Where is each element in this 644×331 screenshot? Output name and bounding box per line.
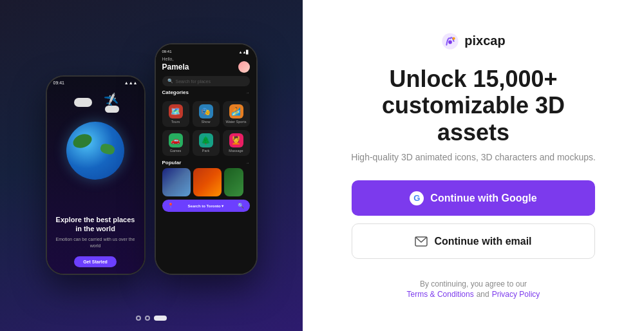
phone-hello: Hello,	[162, 57, 250, 61]
park-label: Park	[202, 149, 209, 153]
bottom-bar-search-icon: 🔍	[238, 203, 244, 209]
search-placeholder: Search for places	[176, 79, 211, 84]
bottom-bar-text: Search to Toronto ▾	[188, 203, 224, 208]
brand-name: pixcap	[464, 33, 505, 48]
category-water-sports[interactable]: 🏄 Water Sports	[223, 101, 250, 127]
show-label: Show	[202, 120, 211, 124]
phone-left: 09:41 ▲▲▲ ✈️ Explore the best places in …	[46, 75, 146, 275]
status-time-left: 09:41	[53, 80, 65, 85]
email-button-label: Continue with email	[434, 236, 531, 247]
phone-left-text: Explore the best places in the world Emo…	[47, 215, 144, 274]
water-sports-label: Water Sports	[226, 120, 247, 124]
popular-see-all[interactable]: →	[246, 161, 250, 165]
phone-avatar	[238, 61, 250, 73]
location-icon: 📍	[167, 203, 174, 209]
phone-left-status-bar: 09:41 ▲▲▲	[47, 77, 144, 86]
footer-continuing: By continuing, you agree to our	[420, 279, 527, 288]
park-icon: 🌲	[199, 133, 213, 147]
category-massage[interactable]: 💆 Massage	[223, 130, 250, 156]
right-content: Unlock 15,000+ customizable 3D assets Hi…	[345, 66, 602, 299]
headline: Unlock 15,000+ customizable 3D assets	[345, 66, 602, 146]
phone-right: 09:41 ▲▲▊ Hello, Pamela 🔍 Search for pla…	[155, 43, 258, 275]
cloud-1	[74, 98, 92, 107]
status-time-right: 09:41	[162, 50, 172, 54]
email-icon	[415, 236, 428, 247]
phone-left-subtitle: Emotion can be carried with us over the …	[55, 236, 137, 249]
continue-with-email-button[interactable]: Continue with email	[352, 223, 595, 259]
continue-with-google-button[interactable]: G Continue with Google	[352, 180, 595, 216]
brand-row: pixcap	[441, 32, 505, 50]
terms-link[interactable]: Terms & Conditions	[407, 290, 474, 299]
category-tours[interactable]: 🗺️ Tours	[162, 101, 189, 127]
games-icon: 🚗	[169, 133, 183, 147]
search-icon: 🔍	[167, 79, 173, 84]
phone-globe-area: ✈️	[66, 86, 124, 215]
google-button-label: Continue with Google	[430, 193, 536, 204]
massage-label: Massage	[229, 149, 243, 153]
show-icon: 🎭	[199, 104, 213, 118]
dot-3-active[interactable]	[154, 316, 167, 321]
phone-right-status: 09:41 ▲▲▊	[162, 50, 250, 54]
popular-images	[156, 168, 256, 196]
status-icons-right: ▲▲▊	[239, 50, 250, 54]
status-icons-left: ▲▲▲	[124, 80, 138, 85]
popular-image-3	[224, 168, 243, 196]
games-label: Games	[170, 149, 182, 153]
categories-grid: 🗺️ Tours 🎭 Show 🏄 Water Sports 🚗 Games	[156, 101, 256, 156]
headline-line2: customizable 3D assets	[382, 92, 565, 145]
phone-left-title: Explore the best places in the world	[55, 215, 137, 234]
footer-text: By continuing, you agree to our Terms & …	[407, 279, 540, 299]
google-icon: G	[410, 191, 424, 205]
footer-and: and	[477, 290, 489, 299]
subheadline: High-quality 3D animated icons, 3D chara…	[351, 152, 596, 162]
globe-icon	[66, 122, 124, 180]
privacy-policy-link[interactable]: Privacy Policy	[492, 290, 540, 299]
svg-point-1	[449, 41, 453, 44]
categories-see-all[interactable]: →	[246, 91, 250, 95]
get-started-button[interactable]: Get Started	[74, 256, 117, 267]
tours-label: Tours	[171, 120, 180, 124]
pixcap-logo-icon	[441, 32, 459, 50]
right-panel: pixcap Unlock 15,000+ customizable 3D as…	[303, 0, 644, 331]
dot-1[interactable]	[136, 316, 141, 321]
categories-label: Categories	[162, 90, 189, 95]
slide-indicators	[136, 316, 167, 321]
headline-line1: Unlock 15,000+	[389, 66, 557, 92]
phone-user-name: Pamela	[162, 62, 189, 71]
svg-point-2	[453, 37, 455, 40]
category-show[interactable]: 🎭 Show	[193, 101, 220, 127]
phones-container: 09:41 ▲▲▲ ✈️ Explore the best places in …	[46, 43, 258, 275]
popular-image-1	[162, 168, 191, 196]
footer-links: Terms & Conditions and Privacy Policy	[407, 290, 540, 299]
water-sports-icon: 🏄	[229, 104, 243, 118]
phone-search-bar[interactable]: 🔍 Search for places	[162, 76, 250, 86]
tours-icon: 🗺️	[169, 104, 183, 118]
massage-icon: 💆	[229, 133, 243, 147]
category-park[interactable]: 🌲 Park	[193, 130, 220, 156]
category-games[interactable]: 🚗 Games	[162, 130, 189, 156]
left-panel: 09:41 ▲▲▲ ✈️ Explore the best places in …	[0, 0, 303, 331]
popular-label: Popular	[162, 160, 182, 166]
phone-bottom-bar[interactable]: 📍 Search to Toronto ▾ 🔍	[162, 200, 250, 212]
popular-image-2	[193, 168, 222, 196]
dot-2[interactable]	[145, 316, 150, 321]
